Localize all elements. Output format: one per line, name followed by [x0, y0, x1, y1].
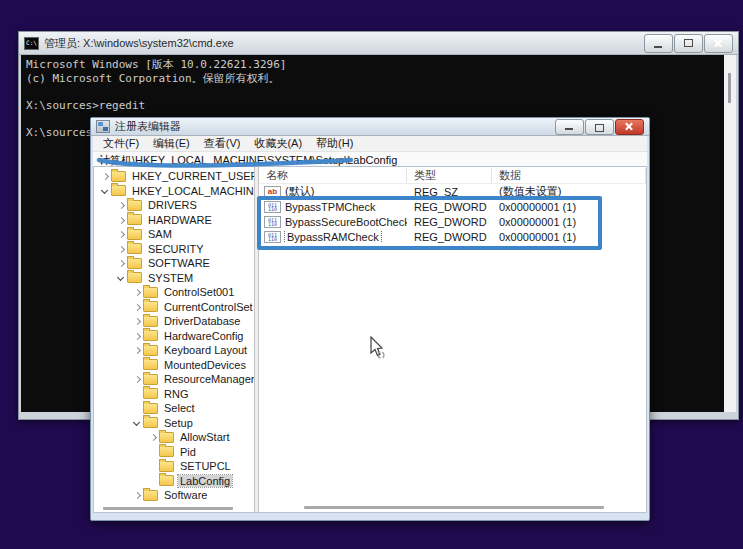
tree-item-DRIVERS[interactable]: DRIVERS	[94, 198, 254, 213]
menu-item[interactable]: 编辑(E)	[147, 136, 196, 151]
value-name: BypassSecureBootCheck	[285, 216, 407, 228]
tree-item-RNG[interactable]: RNG	[94, 387, 254, 402]
tree-item-SAM[interactable]: SAM	[94, 227, 254, 242]
chevron-right-icon[interactable]	[116, 229, 126, 239]
column-header-数据[interactable]: 数据	[492, 168, 646, 183]
no-chevron	[148, 476, 158, 486]
tree-item-SYSTEM[interactable]: SYSTEM	[94, 271, 254, 286]
minimize-icon	[565, 128, 573, 130]
tree-horizontal-scrollbar[interactable]	[103, 507, 233, 510]
tree-item-SECURITY[interactable]: SECURITY	[94, 242, 254, 257]
minimize-button[interactable]	[555, 119, 584, 135]
tree-item-label: Setup	[162, 417, 195, 429]
column-header-类型[interactable]: 类型	[407, 168, 492, 183]
tree-item-HKEY_CURRENT_USER[interactable]: HKEY_CURRENT_USER	[94, 169, 254, 184]
tree-item-label: ResourceManager	[162, 373, 254, 385]
value-name: BypassRAMCheck	[285, 231, 381, 243]
registry-value-BypassSecureBootCheck[interactable]: 011110BypassSecureBootCheckREG_DWORD0x00…	[259, 214, 646, 229]
regedit-titlebar[interactable]: 注册表编辑器	[91, 118, 649, 136]
folder-icon	[127, 229, 142, 240]
maximize-icon	[595, 124, 604, 132]
chevron-right-icon[interactable]	[132, 316, 142, 326]
menu-item[interactable]: 查看(V)	[198, 136, 247, 151]
menu-item[interactable]: 帮助(H)	[310, 136, 359, 151]
value-type: REG_DWORD	[407, 231, 492, 243]
folder-icon	[143, 417, 158, 428]
chevron-right-icon[interactable]	[100, 171, 110, 181]
tree-item-LabConfig[interactable]: LabConfig	[94, 474, 254, 489]
cmd-icon: C:\	[24, 37, 39, 50]
registry-value-BypassRAMCheck[interactable]: 011110BypassRAMCheckREG_DWORD0x00000001 …	[259, 229, 646, 244]
chevron-down-icon[interactable]	[116, 273, 126, 283]
chevron-right-icon[interactable]	[116, 258, 126, 268]
tree-item-label: SECURITY	[146, 243, 206, 255]
tree-item-label: HKEY_CURRENT_USER	[130, 170, 254, 182]
folder-icon	[111, 185, 126, 196]
registry-value-(默认)[interactable]: ab(默认)REG_SZ(数值未设置)	[259, 184, 646, 199]
name-cell: 011110BypassRAMCheck	[259, 231, 407, 243]
tree-item-MountedDevices[interactable]: MountedDevices	[94, 358, 254, 373]
tree-item-SETUPCL[interactable]: SETUPCL	[94, 459, 254, 474]
folder-icon	[143, 287, 158, 298]
registry-value-BypassTPMCheck[interactable]: 011110BypassTPMCheckREG_DWORD0x00000001 …	[259, 199, 646, 214]
minimize-button[interactable]	[644, 34, 673, 53]
tree-item-DriverDatabase[interactable]: DriverDatabase	[94, 314, 254, 329]
tree-item-CurrentControlSet[interactable]: CurrentControlSet	[94, 300, 254, 315]
maximize-button[interactable]	[585, 119, 614, 135]
name-cell: 011110BypassTPMCheck	[259, 201, 407, 213]
chevron-right-icon[interactable]	[132, 490, 142, 500]
folder-icon	[127, 243, 142, 254]
folder-icon	[143, 345, 158, 356]
chevron-right-icon[interactable]	[132, 287, 142, 297]
folder-icon	[127, 258, 142, 269]
tree-item-Select[interactable]: Select	[94, 401, 254, 416]
chevron-right-icon[interactable]	[148, 432, 158, 442]
folder-icon	[159, 432, 174, 443]
value-type: REG_DWORD	[407, 201, 492, 213]
chevron-right-icon[interactable]	[132, 374, 142, 384]
dword-value-icon: 011110	[264, 201, 281, 213]
chevron-right-icon[interactable]	[116, 200, 126, 210]
console-line: (c) Microsoft Corporation。保留所有权利。	[26, 72, 719, 86]
tree-item-Setup[interactable]: Setup	[94, 416, 254, 431]
chevron-down-icon[interactable]	[132, 418, 142, 428]
tree-item-Software[interactable]: Software	[94, 488, 254, 503]
tree-item-HardwareConfig[interactable]: HardwareConfig	[94, 329, 254, 344]
registry-values: ab(默认)REG_SZ(数值未设置)011110BypassTPMCheckR…	[259, 184, 646, 244]
tree-item-label: Select	[162, 402, 197, 414]
tree-item-ControlSet001[interactable]: ControlSet001	[94, 285, 254, 300]
no-chevron	[132, 360, 142, 370]
tree-item-Pid[interactable]: Pid	[94, 445, 254, 460]
tree-item-label: Pid	[178, 446, 198, 458]
chevron-right-icon[interactable]	[132, 345, 142, 355]
value-name: (默认)	[285, 184, 314, 199]
maximize-button[interactable]	[674, 34, 703, 53]
tree-item-HKEY_LOCAL_MACHINE[interactable]: HKEY_LOCAL_MACHINE	[94, 184, 254, 199]
chevron-right-icon[interactable]	[116, 215, 126, 225]
folder-icon	[143, 374, 158, 385]
dword-value-icon: 011110	[264, 216, 281, 228]
tree-item-SOFTWARE[interactable]: SOFTWARE	[94, 256, 254, 271]
tree-item-label: Software	[162, 489, 209, 501]
scrollbar-thumb[interactable]	[728, 73, 731, 103]
name-cell: 011110BypassSecureBootCheck	[259, 216, 407, 228]
value-data: 0x00000001 (1)	[492, 216, 646, 228]
close-button[interactable]	[615, 119, 644, 135]
console-vertical-scrollbar[interactable]	[724, 55, 736, 412]
tree-item-label: CurrentControlSet	[162, 301, 254, 313]
tree-item-ResourceManager[interactable]: ResourceManager	[94, 372, 254, 387]
tree-item-HARDWARE[interactable]: HARDWARE	[94, 213, 254, 228]
tree-item-Keyboard Layout[interactable]: Keyboard Layout	[94, 343, 254, 358]
tree-item-label: HARDWARE	[146, 214, 214, 226]
chevron-right-icon[interactable]	[132, 331, 142, 341]
chevron-right-icon[interactable]	[132, 302, 142, 312]
chevron-right-icon[interactable]	[116, 244, 126, 254]
list-horizontal-scrollbar[interactable]	[304, 506, 604, 509]
chevron-down-icon[interactable]	[100, 186, 110, 196]
tree-item-AllowStart[interactable]: AllowStart	[94, 430, 254, 445]
menu-item[interactable]: 文件(F)	[97, 136, 145, 151]
menu-item[interactable]: 收藏夹(A)	[248, 136, 308, 151]
column-header-名称[interactable]: 名称	[259, 168, 407, 183]
close-button[interactable]	[704, 34, 733, 53]
cmd-titlebar[interactable]: C:\ 管理员: X:\windows\system32\cmd.exe	[19, 32, 738, 55]
